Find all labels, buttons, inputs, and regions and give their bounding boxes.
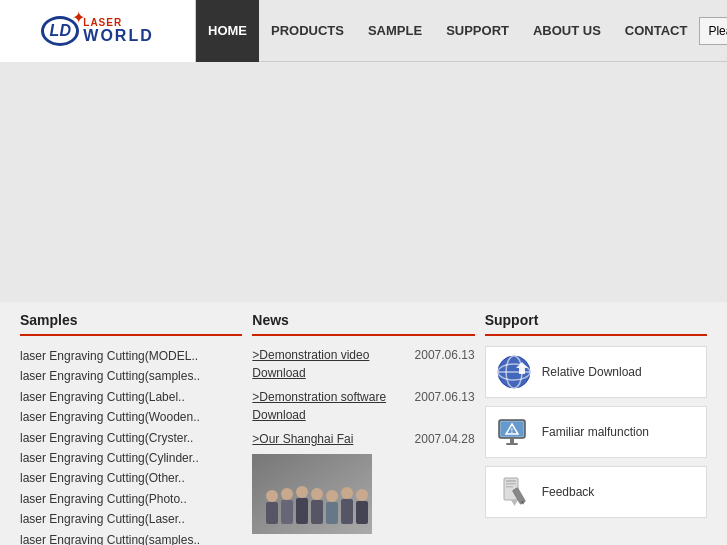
news-text-2: >Our Shanghai Fai: [252, 430, 404, 448]
news-link-2[interactable]: >Our Shanghai Fai: [252, 432, 353, 446]
product-dropdown-wrap: Please choose product: [699, 17, 727, 45]
logo-area: LD ✦ LASER WORLD: [0, 0, 196, 62]
photo-svg: [252, 454, 372, 534]
news-text-0: >Demonstration video Download: [252, 346, 404, 382]
svg-rect-13: [341, 499, 353, 524]
header: LD ✦ LASER WORLD HOME PRODUCTS SAMPLE SU…: [0, 0, 727, 62]
sample-link-5[interactable]: laser Engraving Cutting(Cylinder..: [20, 448, 242, 468]
svg-rect-11: [326, 502, 338, 524]
support-label-2: Feedback: [542, 485, 595, 499]
svg-point-14: [356, 489, 368, 501]
logo-spark-icon: ✦: [72, 8, 85, 27]
news-date-1: 2007.06.13: [415, 388, 475, 404]
product-select[interactable]: Please choose product: [699, 17, 727, 45]
pen-icon: [496, 474, 532, 510]
news-item-2: >Our Shanghai Fai 2007.04.28: [252, 430, 474, 448]
globe-icon: [496, 354, 532, 390]
news-item-1: >Demonstration software Download 2007.06…: [252, 388, 474, 424]
news-text-1: >Demonstration software Download: [252, 388, 404, 424]
monitor-icon: !: [496, 414, 532, 450]
news-photo-area: [252, 454, 474, 534]
samples-title: Samples: [20, 312, 242, 336]
svg-text:!: !: [510, 427, 512, 434]
samples-list: laser Engraving Cutting(MODEL.. laser En…: [20, 346, 242, 545]
sample-link-8[interactable]: laser Engraving Cutting(Laser..: [20, 509, 242, 529]
svg-point-8: [311, 488, 323, 500]
news-title: News: [252, 312, 474, 336]
support-item-2[interactable]: Feedback: [485, 466, 707, 518]
logo-ld-text: LD: [50, 22, 71, 40]
sample-link-0[interactable]: laser Engraving Cutting(MODEL..: [20, 346, 242, 366]
sections-row: Samples laser Engraving Cutting(MODEL.. …: [0, 302, 727, 545]
svg-rect-23: [510, 438, 514, 443]
svg-point-4: [281, 488, 293, 500]
sample-link-3[interactable]: laser Engraving Cutting(Wooden..: [20, 407, 242, 427]
svg-rect-24: [506, 443, 518, 445]
sample-link-9[interactable]: laser Engraving Cutting(samples..: [20, 530, 242, 545]
svg-point-2: [266, 490, 278, 502]
news-item-0: >Demonstration video Download 2007.06.13: [252, 346, 474, 382]
logo-laser-text: LASER: [83, 18, 153, 28]
nav-products[interactable]: PRODUCTS: [259, 0, 356, 62]
sample-link-7[interactable]: laser Engraving Cutting(Photo..: [20, 489, 242, 509]
svg-point-6: [296, 486, 308, 498]
sample-link-6[interactable]: laser Engraving Cutting(Other..: [20, 468, 242, 488]
sample-link-4[interactable]: laser Engraving Cutting(Cryster..: [20, 428, 242, 448]
sample-link-2[interactable]: laser Engraving Cutting(Label..: [20, 387, 242, 407]
navigation: HOME PRODUCTS SAMPLE SUPPORT ABOUT US CO…: [196, 0, 727, 62]
svg-rect-29: [506, 483, 516, 485]
support-section: Support Relative Download: [485, 312, 707, 545]
logo-icon-wrap: LD ✦: [41, 16, 79, 46]
svg-rect-3: [266, 502, 278, 524]
svg-rect-5: [281, 500, 293, 524]
support-label-0: Relative Download: [542, 365, 642, 379]
news-photo: [252, 454, 372, 534]
svg-point-10: [326, 490, 338, 502]
svg-rect-7: [296, 498, 308, 524]
support-label-1: Familiar malfunction: [542, 425, 649, 439]
logo-brand: LASER WORLD: [83, 18, 153, 44]
nav-home[interactable]: HOME: [196, 0, 259, 62]
news-date-2: 2007.04.28: [415, 430, 475, 446]
svg-rect-28: [506, 480, 516, 482]
svg-point-12: [341, 487, 353, 499]
main-content: Samples laser Engraving Cutting(MODEL.. …: [0, 62, 727, 545]
news-link-0[interactable]: >Demonstration video Download: [252, 348, 369, 380]
svg-rect-9: [311, 500, 323, 524]
samples-section: Samples laser Engraving Cutting(MODEL.. …: [20, 312, 242, 545]
nav-contact[interactable]: CONTACT: [613, 0, 700, 62]
nav-sample[interactable]: SAMPLE: [356, 0, 434, 62]
news-link-1[interactable]: >Demonstration software Download: [252, 390, 386, 422]
support-title: Support: [485, 312, 707, 336]
support-item-0[interactable]: Relative Download: [485, 346, 707, 398]
news-date-0: 2007.06.13: [415, 346, 475, 362]
nav-support[interactable]: SUPPORT: [434, 0, 521, 62]
logo: LD ✦ LASER WORLD: [41, 16, 153, 46]
logo-world-text: WORLD: [83, 28, 153, 44]
news-section: News >Demonstration video Download 2007.…: [242, 312, 484, 545]
svg-rect-30: [506, 486, 513, 488]
nav-about[interactable]: ABOUT US: [521, 0, 613, 62]
sample-link-1[interactable]: laser Engraving Cutting(samples..: [20, 366, 242, 386]
banner-area: [0, 62, 727, 302]
svg-marker-31: [511, 500, 518, 506]
support-item-1[interactable]: ! Familiar malfunction: [485, 406, 707, 458]
svg-rect-15: [356, 501, 368, 524]
